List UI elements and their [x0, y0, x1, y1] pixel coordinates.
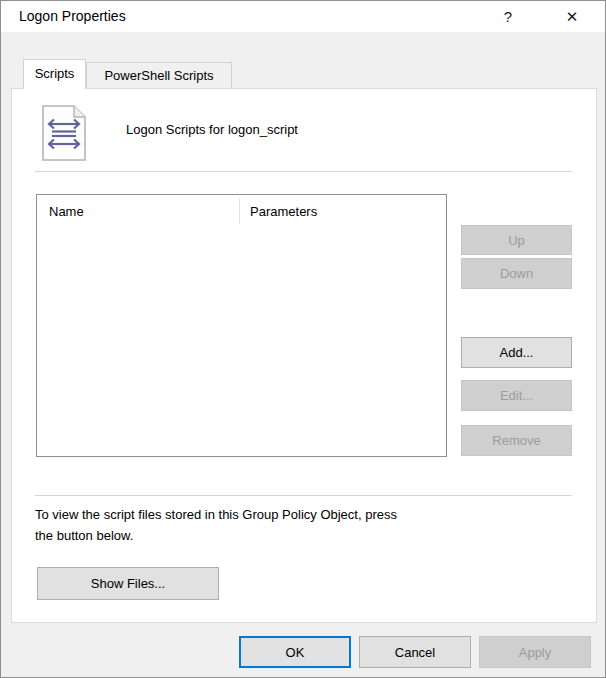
cancel-button[interactable]: Cancel: [359, 636, 471, 668]
separator: [35, 495, 572, 497]
footer-note-line1: To view the script files stored in this …: [35, 504, 397, 525]
edit-button: Edit...: [461, 380, 572, 411]
up-button: Up: [461, 225, 572, 255]
column-header-parameters[interactable]: Parameters: [250, 204, 317, 219]
column-divider: [239, 198, 240, 224]
footer-note-line2: the button below.: [35, 525, 397, 546]
close-button[interactable]: ✕: [549, 1, 595, 32]
remove-button: Remove: [461, 425, 572, 456]
help-button[interactable]: ?: [485, 1, 531, 32]
tab-header-label: Logon Scripts for logon_script: [126, 122, 298, 137]
apply-button: Apply: [479, 636, 591, 668]
script-document-icon: [37, 104, 91, 162]
separator: [35, 171, 572, 173]
help-icon: ?: [504, 8, 512, 25]
ok-button[interactable]: OK: [239, 636, 351, 668]
column-header-name[interactable]: Name: [49, 204, 84, 219]
window-title: Logon Properties: [19, 8, 126, 24]
add-button[interactable]: Add...: [461, 337, 572, 368]
close-icon: ✕: [566, 8, 579, 25]
scripts-list[interactable]: Name Parameters: [36, 194, 447, 457]
dialog-logon-properties: Logon Properties ? ✕ Scripts PowerShell …: [0, 0, 606, 678]
titlebar: Logon Properties ? ✕: [1, 1, 605, 32]
show-files-button[interactable]: Show Files...: [37, 567, 219, 600]
tab-page-scripts: Logon Scripts for logon_script Name Para…: [11, 88, 597, 623]
tab-scripts[interactable]: Scripts: [23, 59, 86, 89]
tab-powershell-scripts[interactable]: PowerShell Scripts: [86, 62, 232, 88]
footer-note: To view the script files stored in this …: [35, 504, 397, 546]
down-button: Down: [461, 258, 572, 289]
